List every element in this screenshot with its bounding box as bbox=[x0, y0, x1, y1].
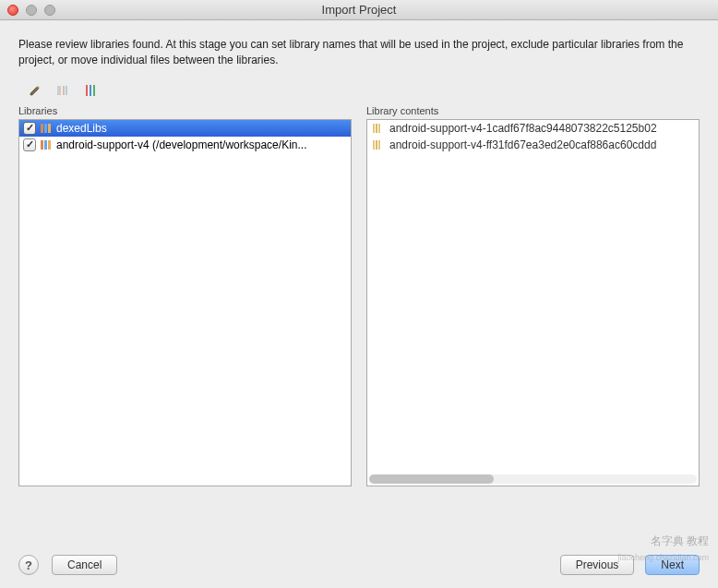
svg-rect-4 bbox=[90, 85, 91, 96]
library-name: android-support-v4 (/development/workspa… bbox=[56, 138, 347, 151]
svg-rect-10 bbox=[44, 140, 47, 150]
help-button[interactable]: ? bbox=[18, 555, 39, 575]
svg-rect-13 bbox=[376, 124, 377, 133]
library-row[interactable]: dexedLibs bbox=[19, 120, 351, 137]
library-icon bbox=[40, 138, 53, 151]
library-checkbox[interactable] bbox=[23, 122, 36, 135]
library-contents-label: Library contents bbox=[366, 105, 700, 116]
svg-rect-9 bbox=[41, 140, 43, 150]
window-title: Import Project bbox=[0, 3, 718, 17]
content-name: android-support-v4-1cadf67f8ac9448073822… bbox=[389, 122, 657, 135]
svg-rect-16 bbox=[376, 140, 377, 150]
svg-rect-5 bbox=[93, 85, 95, 96]
svg-rect-2 bbox=[66, 86, 67, 95]
jar-icon bbox=[371, 138, 384, 151]
merge-icon[interactable] bbox=[83, 83, 98, 98]
panels: Libraries dexedLibs android-support-v4 (… bbox=[18, 105, 700, 499]
svg-rect-1 bbox=[63, 86, 65, 95]
dialog-footer: ? Cancel Previous Next bbox=[18, 555, 700, 575]
traffic-lights bbox=[0, 5, 55, 16]
svg-rect-14 bbox=[378, 124, 380, 133]
close-window-button[interactable] bbox=[7, 5, 18, 16]
horizontal-scrollbar[interactable] bbox=[369, 474, 697, 484]
jar-icon bbox=[371, 122, 384, 135]
content-name: android-support-v4-ff31fd67ea3ed2e0caf88… bbox=[389, 138, 656, 151]
libraries-list[interactable]: dexedLibs android-support-v4 (/developme… bbox=[18, 119, 352, 486]
libraries-panel: Libraries dexedLibs android-support-v4 (… bbox=[18, 105, 352, 486]
maximize-window-button[interactable] bbox=[44, 5, 55, 16]
libraries-label: Libraries bbox=[18, 105, 352, 116]
split-icon bbox=[55, 83, 70, 98]
library-contents-panel: Library contents android-support-v4-1cad… bbox=[366, 105, 700, 486]
minimize-window-button[interactable] bbox=[26, 5, 37, 16]
cancel-button[interactable]: Cancel bbox=[52, 555, 117, 575]
library-name: dexedLibs bbox=[56, 122, 347, 135]
toolbar bbox=[18, 81, 700, 105]
footer-right: Previous Next bbox=[560, 555, 700, 575]
svg-rect-0 bbox=[57, 86, 61, 95]
svg-rect-11 bbox=[48, 140, 51, 150]
next-button[interactable]: Next bbox=[645, 555, 700, 575]
svg-rect-8 bbox=[48, 124, 51, 133]
svg-rect-12 bbox=[373, 124, 375, 133]
content-row[interactable]: android-support-v4-ff31fd67ea3ed2e0caf88… bbox=[367, 137, 699, 153]
svg-rect-15 bbox=[373, 140, 375, 150]
library-icon bbox=[40, 122, 53, 135]
svg-rect-6 bbox=[41, 124, 43, 133]
watermark-text: 名字典 教程 bbox=[651, 534, 709, 549]
edit-icon[interactable] bbox=[28, 83, 42, 98]
previous-button[interactable]: Previous bbox=[560, 555, 635, 575]
library-row[interactable]: android-support-v4 (/development/workspa… bbox=[19, 137, 351, 153]
dialog-content: Please review libraries found. At this s… bbox=[0, 20, 718, 499]
library-contents-list[interactable]: android-support-v4-1cadf67f8ac9448073822… bbox=[366, 119, 700, 486]
scrollbar-thumb[interactable] bbox=[369, 474, 494, 484]
svg-rect-7 bbox=[44, 124, 47, 133]
description-text: Please review libraries found. At this s… bbox=[18, 37, 700, 68]
library-checkbox[interactable] bbox=[23, 138, 36, 151]
titlebar: Import Project bbox=[0, 0, 718, 20]
svg-rect-3 bbox=[86, 85, 88, 96]
svg-rect-17 bbox=[378, 140, 380, 150]
content-row[interactable]: android-support-v4-1cadf67f8ac9448073822… bbox=[367, 120, 699, 137]
